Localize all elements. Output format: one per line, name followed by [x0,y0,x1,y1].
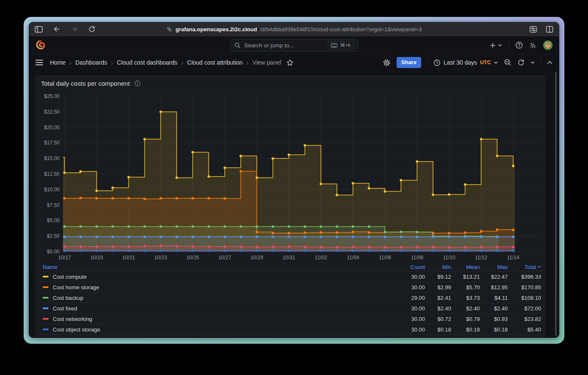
keyboard-icon [331,43,338,48]
back-button-icon[interactable] [53,26,60,33]
reload-icon[interactable] [88,26,95,33]
dashboard-settings-icon[interactable] [383,59,391,67]
series-mean: $2.40 [451,305,480,312]
legend-row[interactable]: Cost backup29.00$2.41$3.73$4.11$108.10 [39,292,541,303]
clock-icon [433,59,441,66]
series-total: $5.40 [508,326,541,333]
column-header-count[interactable]: Count [391,264,425,270]
series-mean: $0.18 [451,326,480,333]
collapse-toolbar-icon[interactable] [547,61,553,64]
refresh-button[interactable] [517,59,525,66]
split-view-icon[interactable] [546,26,553,33]
sort-desc-icon [537,266,541,268]
svg-text:$5.00: $5.00 [47,217,60,223]
header-divider [509,41,509,49]
series-max: $0.18 [480,326,508,333]
svg-text:$10.00: $10.00 [44,187,60,193]
breadcrumb-home[interactable]: Home [50,59,65,66]
add-new-button[interactable] [490,42,502,49]
help-icon[interactable] [515,41,523,49]
series-color-swatch [43,276,49,277]
column-header-max[interactable]: Max [480,264,508,270]
legend-row[interactable]: Cost object storage30.00$0.18$0.18$0.18$… [39,324,541,335]
breadcrumb-folder[interactable]: Cloud cost dashboards [117,59,177,66]
scrollbar[interactable] [555,72,557,336]
url-host: grafana.openscapes.2i2c.cloud [176,26,257,33]
info-icon[interactable] [134,80,141,87]
series-name[interactable]: Cost home storage [39,284,391,291]
forward-button-icon[interactable] [71,26,78,33]
series-min: $0.72 [425,316,451,322]
svg-text:$12.50: $12.50 [44,171,60,177]
series-label: Cost fixed [53,305,77,312]
dashboard-content: Total daily costs per component $0.00$2.… [29,71,559,338]
search-input[interactable]: Search or jump to... ⌘+k [230,39,358,52]
breadcrumb-dashboards[interactable]: Dashboards [75,59,107,66]
column-header-min[interactable]: Min [425,264,451,270]
url-bar[interactable]: grafana.openscapes.2i2c.cloud/d/b4dbba93… [166,22,422,36]
grafana-header: Search or jump to... ⌘+k [29,36,559,54]
series-label: Cost compute [53,274,87,280]
time-range-picker[interactable]: Last 30 days UTC [433,59,498,66]
legend-row[interactable]: Cost fixed30.00$2.40$2.40$2.40$72.00 [39,303,541,313]
chevron-right-icon: › [69,59,71,66]
panel-title: Total daily costs per component [41,80,130,87]
user-avatar[interactable] [543,41,553,50]
series-max: $0.93 [480,316,508,322]
series-name[interactable]: Cost object storage [39,326,391,333]
series-count: 30.00 [391,316,425,322]
series-count: 30.00 [391,284,425,291]
time-range-label: Last 30 days [444,59,477,66]
toolbar-divider [427,59,427,66]
refresh-interval-dropdown[interactable] [531,61,535,64]
hamburger-menu-icon[interactable] [35,60,43,65]
sidebar-toggle-icon[interactable] [35,26,43,33]
series-min: $2.99 [425,284,451,291]
series-count: 29.00 [391,295,425,301]
svg-text:10/23: 10/23 [154,255,167,261]
column-header-total[interactable]: Total [508,264,541,270]
svg-text:$7.50: $7.50 [47,202,60,208]
svg-text:10/19: 10/19 [90,255,103,261]
series-color-swatch [43,329,49,330]
cost-panel: Total daily costs per component $0.00$2.… [35,76,545,337]
legend-row[interactable]: Cost networking30.00$0.72$0.79$0.93$23.8… [39,313,541,324]
chevron-right-icon: › [111,59,113,66]
desktop-wallpaper: grafana.openscapes.2i2c.cloud/d/b4dbba93… [24,17,564,344]
series-total: $23.82 [508,316,541,322]
series-max: $12.95 [480,284,508,291]
series-min: $2.41 [425,295,451,301]
column-header-mean[interactable]: Mean [451,264,480,270]
page-settings-icon[interactable] [529,26,537,33]
series-name[interactable]: Cost fixed [39,305,391,312]
favorite-star-icon[interactable] [286,59,294,66]
grafana-logo[interactable] [35,40,46,50]
chevron-down-icon [498,44,502,47]
series-name[interactable]: Cost networking [39,316,391,322]
share-button[interactable]: Share [397,57,421,68]
svg-text:11/04: 11/04 [347,255,359,261]
legend-row[interactable]: Cost home storage30.00$2.99$5.70$12.95$1… [39,282,541,292]
zoom-out-icon[interactable] [504,59,512,66]
svg-text:11/08: 11/08 [411,255,423,261]
chevron-right-icon: › [247,59,249,66]
legend-table-header: Name Count Min Mean Max Total [39,263,541,271]
breadcrumb-dashboard[interactable]: Cloud cost attribution [187,59,243,66]
legend-row[interactable]: Cost compute30.00$9.12$13.21$22.47$396.3… [39,271,541,282]
browser-toolbar: grafana.openscapes.2i2c.cloud/d/b4dbba93… [29,22,559,36]
series-name[interactable]: Cost compute [39,274,391,280]
cost-chart[interactable]: $0.00$2.50$5.00$7.50$10.00$12.50$15.00$1… [39,89,542,262]
series-color-swatch [43,307,49,309]
column-header-name[interactable]: Name [39,264,391,270]
series-name[interactable]: Cost backup [39,295,391,301]
news-icon[interactable] [529,41,537,49]
series-total: $170.85 [508,284,541,291]
series-total: $396.33 [508,274,541,280]
panel-header[interactable]: Total daily costs per component [39,78,541,89]
svg-text:10/25: 10/25 [186,255,199,261]
svg-text:$22.50: $22.50 [44,109,60,115]
series-mean: $5.70 [451,284,480,291]
series-label: Cost networking [53,316,92,322]
svg-text:10/31: 10/31 [283,255,295,261]
series-min: $0.18 [425,326,451,333]
